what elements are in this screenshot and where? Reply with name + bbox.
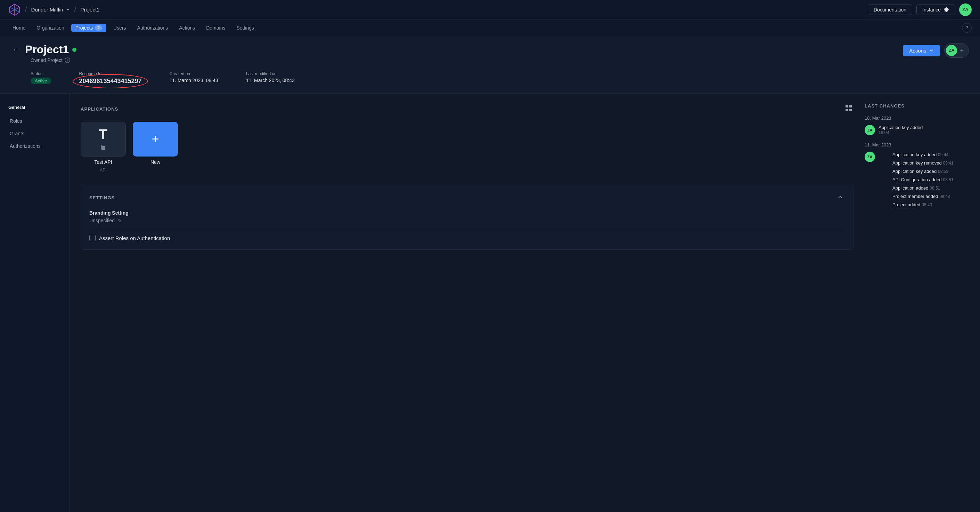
resource-id-value: 204696135443415297: [79, 78, 142, 85]
sub-item-4: Application added 08:51: [892, 185, 954, 191]
resource-id-wrapper: 204696135443415297: [79, 78, 142, 85]
info-icon: i: [65, 57, 70, 63]
app-name-new: New: [151, 159, 160, 165]
change-avatar-2: ZA: [865, 152, 875, 162]
sub-item-5: Project member added 08:43: [892, 193, 954, 199]
last-modified-value: 11. March 2023, 08:43: [246, 78, 295, 83]
sub-action-5: Project member added: [892, 194, 938, 199]
changes-group-18mar: 18. Mar 2023 ZA Application key added 18…: [865, 115, 969, 135]
sub-time-3: 08:51: [943, 177, 954, 182]
new-app-plus-icon: +: [151, 132, 159, 147]
app-symbol-monitor: 🖥: [100, 143, 107, 151]
assert-roles-checkbox[interactable]: [89, 235, 95, 241]
sub-item-2: Application key added 08:59: [892, 168, 954, 174]
chevron-down-icon: [929, 48, 934, 53]
change-details-1: Application key added 18:03: [878, 125, 923, 135]
sidebar-item-roles[interactable]: Roles: [6, 115, 64, 127]
change-sub-items-11mar: Application key added 09:44 Application …: [892, 152, 954, 210]
documentation-button[interactable]: Documentation: [868, 5, 912, 15]
sub-time-5: 08:43: [939, 194, 950, 199]
page-header-top: ← Project1 Owned Project i Actions Z: [11, 43, 969, 63]
nav-users[interactable]: Users: [109, 24, 130, 32]
sidebar-item-grants[interactable]: Grants: [6, 128, 64, 139]
nav-home[interactable]: Home: [8, 24, 30, 32]
nav-organization[interactable]: Organization: [32, 24, 68, 32]
gear-icon: [943, 7, 949, 13]
svg-rect-8: [845, 109, 848, 111]
assert-roles-label: Assert Roles on Authentication: [99, 235, 170, 241]
nav-settings[interactable]: Settings: [232, 24, 258, 32]
branding-setting-value-row: Unspecified ✎: [89, 218, 845, 223]
instance-button[interactable]: Instance: [916, 5, 955, 15]
nav-authorizations[interactable]: Authorizations: [133, 24, 172, 32]
svg-rect-7: [850, 105, 852, 107]
page-header: ← Project1 Owned Project i Actions Z: [0, 36, 980, 94]
app-new-box[interactable]: +: [133, 122, 178, 156]
org-name[interactable]: Dunder Mifflin: [31, 6, 70, 13]
change-action-1: Application key added: [878, 125, 923, 130]
branding-setting-row: Branding Setting Unspecified ✎: [89, 210, 845, 229]
sub-item-6: Project added 08:43: [892, 202, 954, 207]
top-nav-left: / Dunder Mifflin / Project1: [8, 3, 99, 16]
nav-project-name: Project1: [80, 6, 99, 13]
sidebar-section-title: General: [6, 105, 64, 110]
sub-action-2: Application key added: [892, 169, 937, 174]
applications-title: APPLICATIONS: [81, 107, 118, 112]
svg-rect-6: [845, 105, 848, 107]
edit-branding-icon[interactable]: ✎: [118, 218, 122, 223]
sub-time-0: 09:44: [938, 152, 948, 157]
svg-rect-9: [850, 109, 852, 111]
sub-time-2: 08:59: [938, 169, 948, 174]
sub-item-1: Application key removed 09:41: [892, 160, 954, 166]
back-button[interactable]: ←: [11, 44, 21, 55]
sub-action-4: Application added: [892, 185, 928, 191]
settings-panel: SETTINGS Branding Setting Unspecified ✎: [81, 183, 853, 250]
branding-setting-label: Branding Setting: [89, 210, 845, 216]
changes-group-11mar: 11. Mar 2023 ZA Application key added 09…: [865, 142, 969, 210]
sub-action-6: Project added: [892, 202, 920, 207]
sidebar: General Roles Grants Authorizations: [0, 94, 70, 512]
apps-grid: T 🖥 Test API API + New: [81, 122, 853, 172]
nav-actions[interactable]: Actions: [175, 24, 199, 32]
top-nav: / Dunder Mifflin / Project1 Documentatio…: [0, 0, 980, 19]
sidebar-item-authorizations[interactable]: Authorizations: [6, 140, 64, 152]
nav-separator-2: /: [74, 6, 76, 14]
change-item-app-key-added-1803: ZA Application key added 18:03: [865, 125, 969, 135]
created-on-label: Created on: [170, 71, 218, 76]
main-layout: General Roles Grants Authorizations APPL…: [0, 94, 980, 512]
meta-row: Status Active Resource Id 20469613544341…: [30, 71, 969, 85]
avatar-add-button[interactable]: ZA +: [944, 43, 969, 58]
last-modified-meta: Last modified on 11. March 2023, 08:43: [246, 71, 295, 83]
app-type-test-api: API: [100, 167, 107, 172]
nav-projects[interactable]: Projects 2: [71, 24, 107, 32]
branding-setting-value: Unspecified: [89, 218, 115, 223]
grid-view-button[interactable]: [844, 103, 853, 115]
assert-roles-checkbox-row[interactable]: Assert Roles on Authentication: [89, 235, 845, 241]
chevron-up-icon: [837, 194, 843, 200]
status-dot: [72, 48, 76, 52]
app-card-test-api[interactable]: T 🖥 Test API API: [81, 122, 126, 172]
app-card-new[interactable]: + New: [133, 122, 178, 172]
app-letter-t: T: [99, 127, 107, 141]
sub-action-1: Application key removed: [892, 160, 942, 166]
plus-icon: +: [960, 47, 964, 54]
sub-item-0: Application key added 09:44: [892, 152, 954, 157]
sub-time-6: 08:43: [922, 203, 932, 207]
help-button[interactable]: ?: [962, 23, 972, 33]
change-time-1: 18:03: [878, 130, 923, 135]
logo-icon[interactable]: [8, 3, 21, 16]
app-icon-box-test-api: T 🖥: [81, 122, 126, 156]
settings-panel-header: SETTINGS: [89, 192, 845, 203]
last-modified-label: Last modified on: [246, 71, 295, 76]
nav-domains[interactable]: Domains: [202, 24, 229, 32]
settings-collapse-button[interactable]: [836, 192, 845, 203]
applications-header: APPLICATIONS: [81, 103, 853, 115]
assert-roles-row: Assert Roles on Authentication: [89, 235, 845, 241]
secondary-nav: Home Organization Projects 2 Users Autho…: [0, 19, 980, 36]
nav-separator-1: /: [25, 6, 27, 14]
sub-time-1: 09:41: [943, 161, 954, 166]
chevron-down-icon: [65, 7, 70, 12]
user-avatar[interactable]: ZA: [959, 3, 972, 16]
actions-button[interactable]: Actions: [903, 45, 940, 56]
status-label: Status: [30, 71, 51, 76]
